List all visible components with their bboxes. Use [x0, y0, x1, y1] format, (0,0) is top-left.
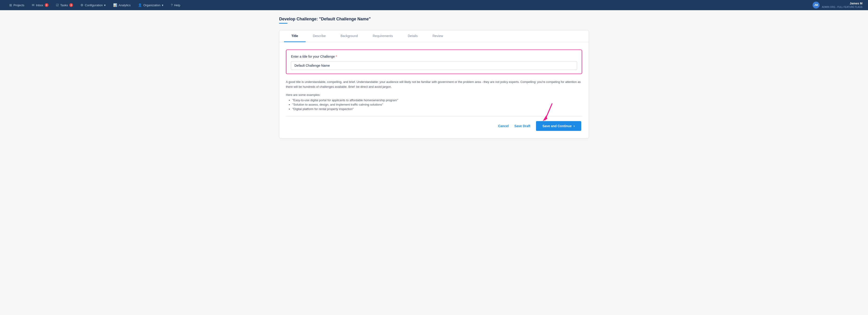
nav-configuration-label: Configuration: [85, 3, 103, 7]
help-icon: ?: [171, 3, 173, 7]
user-menu[interactable]: JM James M ADMIN ORG - FULL FEATURE FLAG…: [813, 2, 862, 8]
cancel-button[interactable]: Cancel: [498, 122, 509, 130]
inbox-icon: ✉: [32, 3, 35, 7]
page-container: Develop Challenge: "Default Challenge Na…: [272, 10, 596, 145]
nav-tasks-label: Tasks: [60, 3, 68, 7]
inbox-badge: 3: [45, 3, 49, 7]
tasks-icon: ☑: [56, 3, 59, 7]
field-label: Enter a title for your Challenge*: [291, 55, 577, 58]
example-item-3: "Digital platform for rental property in…: [292, 107, 582, 111]
nav-tasks[interactable]: ☑ Tasks 3: [52, 0, 77, 10]
nav-projects-label: Projects: [13, 3, 24, 7]
tab-title[interactable]: Title: [284, 30, 306, 42]
footer-actions: Cancel Save Draft Save and Continue ›: [286, 121, 582, 131]
analytics-icon: 📊: [113, 3, 117, 7]
challenge-title-input[interactable]: [291, 61, 577, 70]
save-continue-button[interactable]: Save and Continue ›: [536, 121, 581, 131]
title-input-section: Enter a title for your Challenge*: [286, 49, 582, 74]
save-draft-button[interactable]: Save Draft: [514, 122, 530, 130]
nav-inbox[interactable]: ✉ Inbox 3: [28, 0, 52, 10]
tab-review[interactable]: Review: [425, 30, 451, 42]
tab-describe[interactable]: Describe: [306, 30, 333, 42]
user-role: ADMIN ORG - FULL FEATURE FLAGS: [822, 6, 862, 8]
nav-organization-label: Organization: [143, 3, 160, 7]
helper-text: A good title is understandable, compelli…: [286, 80, 582, 90]
nav-projects[interactable]: ⊞ Projects: [6, 0, 28, 10]
tasks-badge: 3: [69, 3, 73, 7]
tab-background[interactable]: Background: [333, 30, 365, 42]
tab-requirements[interactable]: Requirements: [365, 30, 400, 42]
title-underline: [279, 23, 287, 24]
main-card: Title Describe Background Requirements D…: [279, 30, 589, 139]
configuration-icon: ⚙: [81, 3, 84, 7]
navbar: ⊞ Projects ✉ Inbox 3 ☑ Tasks 3 ⚙ Configu…: [0, 0, 868, 10]
user-name: James M: [822, 2, 862, 6]
chevron-right-icon: ›: [574, 124, 575, 128]
tab-details[interactable]: Details: [400, 30, 425, 42]
section-divider: [286, 116, 582, 116]
example-item-2: "Solution to assess, design, and impleme…: [292, 103, 582, 106]
projects-icon: ⊞: [9, 3, 12, 7]
nav-help-label: Help: [174, 3, 180, 7]
avatar: JM: [813, 2, 819, 8]
nav-configuration[interactable]: ⚙ Configuration ▾: [77, 0, 110, 10]
nav-analytics[interactable]: 📊 Analytics: [110, 0, 134, 10]
page-title: Develop Challenge: "Default Challenge Na…: [279, 17, 589, 22]
organization-icon: 👤: [138, 3, 142, 7]
nav-inbox-label: Inbox: [36, 3, 43, 7]
examples-list: "Easy-to-use digital portal for applican…: [286, 98, 582, 111]
nav-analytics-label: Analytics: [119, 3, 130, 7]
required-indicator: *: [336, 55, 337, 58]
card-body: Enter a title for your Challenge* A good…: [279, 42, 589, 138]
examples-heading: Here are some examples:: [286, 93, 582, 97]
footer-with-arrow: Cancel Save Draft Save and Continue ›: [286, 121, 582, 131]
nav-organization[interactable]: 👤 Organization ▾: [134, 0, 167, 10]
example-item-1: "Easy-to-use digital portal for applican…: [292, 98, 582, 102]
nav-help[interactable]: ? Help: [167, 0, 184, 10]
tab-bar: Title Describe Background Requirements D…: [279, 30, 589, 42]
